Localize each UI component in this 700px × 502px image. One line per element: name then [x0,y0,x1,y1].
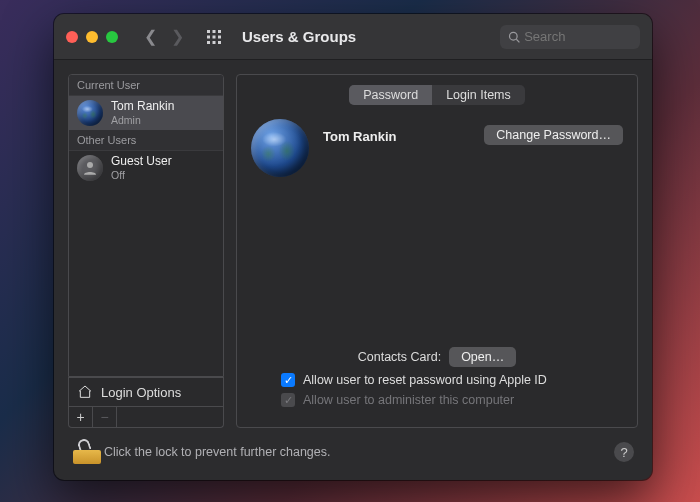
svg-point-9 [510,32,518,40]
allow-reset-checkbox[interactable]: ✓ [281,373,295,387]
user-list: Current User Tom Rankin Admin Other User… [68,74,224,377]
help-button[interactable]: ? [614,442,634,462]
window-title: Users & Groups [242,28,356,45]
svg-rect-3 [207,35,210,38]
profile-avatar-earth-icon[interactable] [251,119,309,177]
tab-password[interactable]: Password [349,85,432,105]
add-user-button[interactable]: + [69,407,93,427]
svg-rect-7 [213,41,216,44]
show-all-icon[interactable] [206,29,222,45]
allow-admin-label: Allow user to administer this computer [303,393,514,407]
user-name: Guest User [111,155,172,169]
tab-login-items[interactable]: Login Items [432,85,525,105]
user-row-current[interactable]: Tom Rankin Admin [69,96,223,130]
user-row-guest[interactable]: Guest User Off [69,151,223,185]
login-options-label: Login Options [101,385,181,400]
svg-rect-1 [213,30,216,33]
avatar-earth-icon [77,100,103,126]
user-status: Off [111,169,172,181]
tab-bar: Password Login Items [349,85,525,105]
profile-name: Tom Rankin [323,129,470,144]
remove-user-button: − [93,407,117,427]
nav-arrows: ❮ ❯ [144,29,184,45]
contacts-card-label: Contacts Card: [358,350,441,364]
lock-icon[interactable] [72,440,92,464]
zoom-window-button[interactable] [106,31,118,43]
add-remove-bar: + − [68,407,224,428]
svg-rect-4 [213,35,216,38]
sidebar: Current User Tom Rankin Admin Other User… [68,74,224,428]
search-field[interactable] [500,25,640,49]
search-icon [508,30,520,44]
svg-rect-2 [218,30,221,33]
allow-reset-label: Allow user to reset password using Apple… [303,373,547,387]
other-users-header: Other Users [69,130,223,151]
back-button[interactable]: ❮ [144,29,157,45]
home-icon [77,384,93,400]
guest-avatar-icon [77,155,103,181]
user-name: Tom Rankin [111,100,174,114]
change-password-button[interactable]: Change Password… [484,125,623,145]
window-controls [66,31,118,43]
footer: Click the lock to prevent further change… [54,428,652,480]
close-window-button[interactable] [66,31,78,43]
open-contacts-button[interactable]: Open… [449,347,516,367]
forward-button[interactable]: ❯ [171,29,184,45]
allow-admin-checkbox: ✓ [281,393,295,407]
svg-point-11 [87,162,93,168]
titlebar: ❮ ❯ Users & Groups [54,14,652,60]
svg-rect-0 [207,30,210,33]
svg-rect-8 [218,41,221,44]
svg-line-10 [516,39,519,42]
search-input[interactable] [524,29,632,44]
login-options-button[interactable]: Login Options [68,377,224,407]
user-role: Admin [111,114,174,126]
main-panel: Password Login Items Tom Rankin Change P… [236,74,638,428]
svg-rect-6 [207,41,210,44]
current-user-header: Current User [69,75,223,96]
svg-rect-5 [218,35,221,38]
lock-hint-text: Click the lock to prevent further change… [104,445,331,459]
preferences-window: ❮ ❯ Users & Groups Current User Tom [54,14,652,480]
minimize-window-button[interactable] [86,31,98,43]
